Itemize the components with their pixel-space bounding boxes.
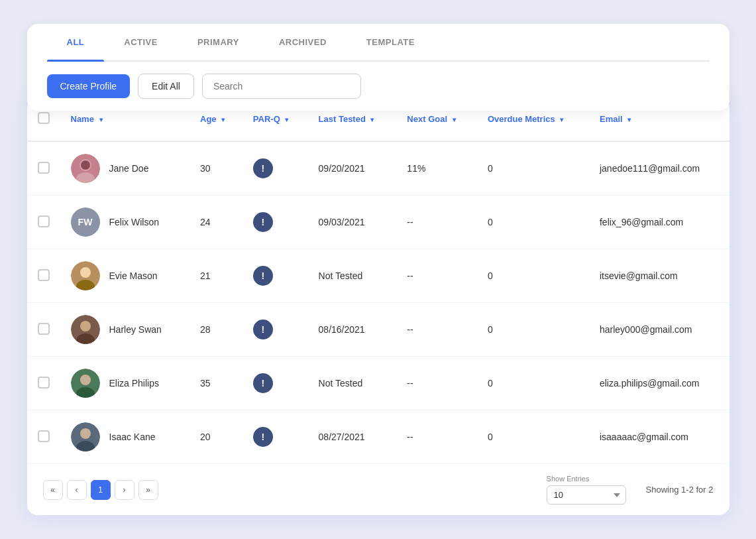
- row-checkbox[interactable]: [38, 323, 50, 335]
- footer-right: Show Entries 5 10 25 50 100 Showing 1-2 …: [547, 475, 714, 505]
- page-current-button[interactable]: 1: [91, 480, 111, 500]
- row-email-cell: isaaaaac@gmail.com: [589, 410, 729, 464]
- row-age: 28: [200, 324, 211, 335]
- row-age-cell: 20: [189, 410, 243, 464]
- avatar: [71, 369, 100, 398]
- table-footer: « ‹ 1 › » Show Entries 5 10 25 50 100: [27, 463, 729, 515]
- row-parq-cell: !: [243, 249, 308, 303]
- outer-wrapper: ALL ACTIVE PRIMARY ARCHIVED TEMPLATE Cre…: [27, 24, 729, 515]
- row-age: 24: [200, 217, 211, 227]
- row-checkbox-cell: [27, 196, 60, 249]
- row-name: Harley Swan: [109, 324, 162, 335]
- name-cell: Evie Mason: [71, 261, 180, 290]
- row-email: itsevie@gmail.com: [600, 270, 678, 281]
- row-overdue-metrics: 0: [488, 217, 493, 227]
- row-name-cell: Isaac Kane: [60, 410, 190, 464]
- name-cell: Harley Swan: [71, 315, 180, 344]
- tab-archived[interactable]: ARCHIVED: [259, 24, 347, 60]
- row-email: felix_96@gmail.com: [600, 217, 683, 227]
- page-last-button[interactable]: »: [138, 480, 158, 500]
- avatar: [71, 154, 100, 183]
- row-last-tested: 08/16/2021: [319, 324, 365, 335]
- row-name: Jane Doe: [109, 163, 149, 174]
- name-cell: FW Felix Wilson: [71, 208, 180, 237]
- age-sort-icon: ▾: [221, 116, 225, 123]
- avatar: [71, 315, 100, 344]
- row-age-cell: 21: [189, 249, 243, 303]
- showing-text: Showing 1-2 for 2: [646, 485, 714, 495]
- create-profile-button[interactable]: Create Profile: [47, 74, 131, 98]
- row-overdue-metrics: 0: [488, 378, 493, 389]
- svg-point-3: [81, 160, 90, 170]
- row-name-cell: Eliza Philips: [60, 357, 190, 410]
- row-overdue-metrics-cell: 0: [477, 196, 589, 249]
- profiles-table: Name ▾ Age ▾ PAR-Q ▾ Last Tested ▾ Next …: [27, 97, 729, 463]
- page-first-button[interactable]: «: [43, 480, 63, 500]
- row-next-goal: --: [407, 324, 413, 335]
- parq-badge: !: [253, 427, 273, 447]
- email-sort-icon: ▾: [627, 116, 631, 123]
- svg-point-5: [80, 267, 91, 278]
- row-overdue-metrics: 0: [488, 163, 493, 174]
- search-input[interactable]: [202, 74, 361, 99]
- row-last-tested: Not Tested: [319, 378, 363, 389]
- row-age-cell: 35: [189, 357, 243, 410]
- row-overdue-metrics-cell: 0: [477, 249, 589, 303]
- row-checkbox-cell: [27, 303, 60, 357]
- tab-active[interactable]: ACTIVE: [104, 24, 178, 60]
- tab-template[interactable]: TEMPLATE: [347, 24, 435, 60]
- row-next-goal-cell: --: [396, 303, 477, 357]
- row-overdue-metrics-cell: 0: [477, 303, 589, 357]
- row-age: 30: [200, 163, 211, 174]
- table-row: Eliza Philips 35 ! Not Tested -- 0 eliza…: [27, 357, 729, 410]
- row-last-tested: Not Tested: [319, 270, 363, 281]
- row-parq-cell: !: [243, 141, 308, 196]
- row-age: 21: [200, 270, 211, 281]
- svg-point-14: [80, 428, 91, 439]
- page-prev-button[interactable]: ‹: [67, 480, 87, 500]
- show-entries-label: Show Entries: [547, 475, 590, 483]
- row-parq-cell: !: [243, 410, 308, 464]
- name-cell: Isaac Kane: [71, 422, 180, 451]
- row-email: isaaaaac@gmail.com: [600, 432, 688, 442]
- svg-point-11: [80, 375, 91, 385]
- tab-all[interactable]: ALL: [47, 24, 105, 60]
- tab-primary[interactable]: PRIMARY: [178, 24, 259, 60]
- row-age-cell: 24: [189, 196, 243, 249]
- table-row: Jane Doe 30 ! 09/20/2021 11% 0 janedoe11…: [27, 141, 729, 196]
- row-checkbox[interactable]: [38, 162, 50, 174]
- table-row: Isaac Kane 20 ! 08/27/2021 -- 0 isaaaaac…: [27, 410, 729, 464]
- select-all-checkbox[interactable]: [38, 112, 50, 124]
- row-overdue-metrics-cell: 0: [477, 357, 589, 410]
- row-checkbox[interactable]: [38, 430, 50, 442]
- next-goal-sort-icon: ▾: [453, 116, 456, 123]
- parq-badge: !: [253, 266, 273, 286]
- name-sort-icon: ▾: [99, 116, 103, 123]
- edit-all-button[interactable]: Edit All: [138, 74, 194, 99]
- page-next-button[interactable]: ›: [115, 480, 135, 500]
- row-parq-cell: !: [243, 303, 308, 357]
- row-name-cell: Harley Swan: [60, 303, 190, 357]
- row-next-goal: --: [407, 270, 413, 281]
- row-name: Eliza Philips: [109, 378, 159, 389]
- table-row: Evie Mason 21 ! Not Tested -- 0 itsevie@…: [27, 249, 729, 303]
- row-overdue-metrics: 0: [488, 270, 493, 281]
- show-entries-wrapper: Show Entries 5 10 25 50 100: [547, 475, 626, 505]
- row-name-cell: FW Felix Wilson: [60, 196, 190, 249]
- show-entries-select[interactable]: 5 10 25 50 100: [547, 485, 626, 505]
- row-overdue-metrics-cell: 0: [477, 141, 589, 196]
- avatar: FW: [71, 208, 100, 237]
- row-next-goal-cell: --: [396, 196, 477, 249]
- main-card: Name ▾ Age ▾ PAR-Q ▾ Last Tested ▾ Next …: [27, 97, 729, 515]
- row-last-tested-cell: Not Tested: [308, 249, 397, 303]
- overdue-sort-icon: ▾: [560, 116, 563, 123]
- row-checkbox[interactable]: [38, 215, 50, 227]
- row-next-goal-cell: --: [396, 357, 477, 410]
- row-next-goal-cell: --: [396, 410, 477, 464]
- row-email-cell: janedoe111@gmail.com: [589, 141, 729, 196]
- parq-badge: !: [253, 373, 273, 393]
- row-checkbox[interactable]: [38, 377, 50, 389]
- row-checkbox[interactable]: [38, 269, 50, 281]
- parq-sort-icon: ▾: [285, 116, 288, 123]
- row-age-cell: 30: [189, 141, 243, 196]
